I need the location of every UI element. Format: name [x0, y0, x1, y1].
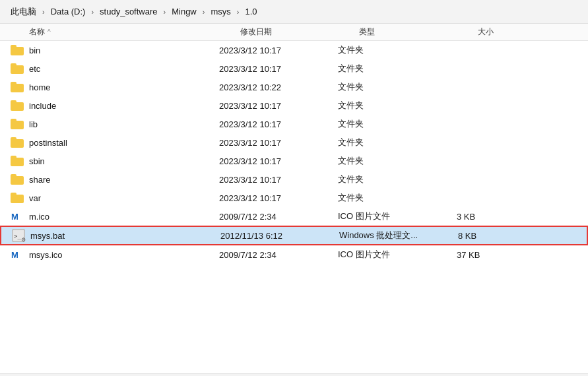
file-type: 文件夹 [338, 44, 457, 56]
file-type: ICO 图片文件 [338, 210, 457, 222]
breadcrumb-item-3[interactable]: Mingw [169, 5, 199, 18]
file-name-cell: lib [8, 119, 219, 129]
file-size: 3 KB [457, 212, 536, 222]
breadcrumb-separator-4: › [237, 8, 240, 16]
file-name-cell: share [8, 174, 219, 185]
table-row[interactable]: Mmsys.ico2009/7/12 2:34ICO 图片文件37 KB [0, 245, 588, 264]
col-date[interactable]: 修改日期 [240, 26, 359, 38]
breadcrumb-separator-0: › [42, 8, 45, 16]
table-row[interactable]: include2023/3/12 10:17文件夹 [0, 96, 588, 115]
folder-icon [11, 100, 24, 111]
breadcrumb-item-1[interactable]: Data (D:) [48, 5, 88, 18]
breadcrumb-separator-3: › [203, 8, 205, 16]
folder-icon [11, 82, 24, 92]
folder-icon [11, 193, 24, 203]
file-size: 8 KB [458, 231, 537, 241]
breadcrumb-item-5[interactable]: 1.0 [242, 5, 259, 18]
file-type: 文件夹 [338, 118, 457, 130]
folder-icon [11, 119, 24, 129]
breadcrumb-separator-1: › [91, 8, 94, 16]
file-name: home [29, 82, 51, 92]
folder-icon [11, 137, 24, 148]
file-date: 2023/3/12 10:17 [219, 138, 338, 148]
svg-text:M: M [11, 212, 18, 222]
table-row[interactable]: sbin2023/3/12 10:17文件夹 [0, 152, 588, 170]
table-row[interactable]: Mm.ico2009/7/12 2:34ICO 图片文件3 KB [0, 207, 588, 226]
breadcrumb-item-4[interactable]: msys [208, 5, 233, 18]
address-bar: 此电脑›Data (D:)›study_software›Mingw›msys›… [0, 0, 588, 24]
breadcrumb-separator-2: › [164, 8, 166, 16]
file-name: var [29, 193, 41, 203]
file-date: 2023/3/12 10:22 [219, 82, 338, 92]
file-date: 2009/7/12 2:34 [219, 212, 338, 222]
file-name: etc [29, 64, 40, 74]
file-type: 文件夹 [338, 173, 457, 185]
file-name-cell: include [8, 100, 219, 111]
table-row[interactable]: home2023/3/12 10:22文件夹 [0, 78, 588, 96]
ico-icon: M [11, 210, 24, 223]
file-type: 文件夹 [338, 63, 457, 75]
bat-icon: >_ [12, 229, 25, 242]
table-row[interactable]: bin2023/3/12 10:17文件夹 [0, 41, 588, 59]
file-date: 2012/11/13 6:12 [220, 231, 339, 241]
file-name-cell: home [8, 82, 219, 92]
file-name: msys.ico [29, 250, 63, 260]
col-size[interactable]: 大小 [478, 26, 557, 38]
file-name-cell: Mmsys.ico [8, 248, 219, 261]
file-date: 2023/3/12 10:17 [219, 175, 338, 185]
file-type: ICO 图片文件 [338, 249, 457, 261]
file-type: Windows 批处理文... [339, 230, 458, 241]
svg-text:>_: >_ [14, 233, 21, 239]
column-header: 名称 ^ 修改日期 类型 大小 [0, 24, 588, 41]
folder-icon [11, 45, 24, 55]
folder-icon [11, 156, 24, 166]
file-name-cell: >_msys.bat [9, 229, 220, 242]
sort-arrow-icon: ^ [48, 28, 51, 36]
file-name: sbin [29, 156, 45, 166]
table-row[interactable]: lib2023/3/12 10:17文件夹 [0, 115, 588, 133]
folder-icon [11, 174, 24, 185]
table-row[interactable]: etc2023/3/12 10:17文件夹 [0, 59, 588, 78]
file-name-cell: Mm.ico [8, 210, 219, 223]
table-row[interactable]: postinstall2023/3/12 10:17文件夹 [0, 133, 588, 152]
file-name: msys.bat [30, 231, 65, 241]
col-type[interactable]: 类型 [359, 26, 478, 38]
file-list: bin2023/3/12 10:17文件夹etc2023/3/12 10:17文… [0, 41, 588, 373]
file-name-cell: var [8, 193, 219, 203]
file-type: 文件夹 [338, 155, 457, 167]
file-date: 2023/3/12 10:17 [219, 119, 338, 129]
ico-icon: M [11, 248, 24, 261]
file-date: 2023/3/12 10:17 [219, 46, 338, 55]
breadcrumb-item-2[interactable]: study_software [97, 5, 160, 18]
table-row[interactable]: share2023/3/12 10:17文件夹 [0, 170, 588, 189]
file-date: 2023/3/12 10:17 [219, 64, 338, 74]
breadcrumb-item-0[interactable]: 此电脑 [8, 5, 39, 19]
folder-icon [11, 63, 24, 74]
file-date: 2023/3/12 10:17 [219, 156, 338, 166]
file-type: 文件夹 [338, 81, 457, 93]
file-type: 文件夹 [338, 192, 457, 204]
file-name: share [29, 175, 51, 185]
table-row[interactable]: var2023/3/12 10:17文件夹 [0, 189, 588, 207]
file-size: 37 KB [457, 250, 536, 260]
file-name: m.ico [29, 212, 49, 222]
table-row[interactable]: >_msys.bat2012/11/13 6:12Windows 批处理文...… [0, 226, 588, 245]
file-name: bin [29, 46, 40, 55]
file-date: 2023/3/12 10:17 [219, 193, 338, 203]
col-name[interactable]: 名称 ^ [29, 26, 240, 38]
file-name: postinstall [29, 138, 67, 148]
file-name-cell: etc [8, 63, 219, 74]
file-name-cell: sbin [8, 156, 219, 166]
file-name: lib [29, 119, 38, 129]
file-name: include [29, 101, 56, 111]
file-name-cell: postinstall [8, 137, 219, 148]
status-bar: CSDN @铭... [0, 373, 588, 376]
file-name-cell: bin [8, 45, 219, 55]
svg-text:M: M [11, 250, 18, 260]
file-type: 文件夹 [338, 137, 457, 148]
file-type: 文件夹 [338, 100, 457, 111]
file-date: 2023/3/12 10:17 [219, 101, 338, 111]
file-date: 2009/7/12 2:34 [219, 250, 338, 260]
